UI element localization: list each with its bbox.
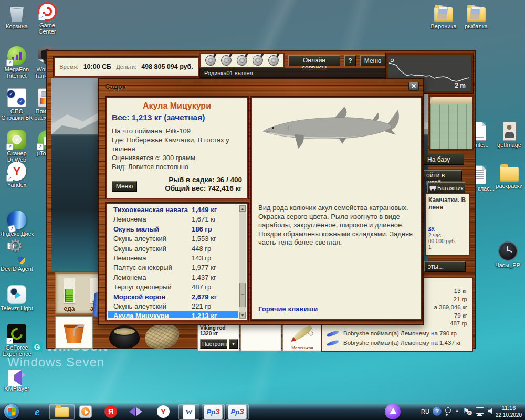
network-icon[interactable] [476,407,484,414]
fish-count-line: Рыб в садке: 36 / 400 [165,176,242,184]
desktop-icon-veronika[interactable]: Вероника [427,4,460,29]
fish-weight: 1,449 кг [192,205,217,215]
reel-icon[interactable] [220,55,233,67]
reel-icon[interactable] [252,55,264,67]
cooking-pot-icon[interactable] [109,326,140,349]
map-grid [430,104,472,149]
reel-icon[interactable] [268,55,280,67]
fish-weight: 1,553 кг [192,234,216,244]
lure-size-label: Маленькая [283,345,322,350]
watermark-line2: Windows Seven [7,355,104,370]
fish-info-panel: Акула Мицукури Вес: 1,213 кг (зачетная) … [106,97,248,199]
location-link[interactable]: ку [428,225,435,231]
volume-icon[interactable] [488,408,495,414]
fish-list-row[interactable]: Терпуг одноперый487 гр [108,282,238,292]
taskbar-pp3-1[interactable]: Рр3 [202,404,225,420]
taskbar-ie[interactable]: e [29,404,45,419]
desktop-icon-yadisk[interactable]: Яндекс.Диск [0,206,34,237]
rod-test-weight: 1320 кг [200,331,237,337]
empty-slot[interactable] [240,323,281,351]
taskbar-explorer[interactable] [49,404,75,420]
desktop-icon-raskraski[interactable]: раскраски [492,164,525,189]
bucket-slot[interactable] [55,316,93,349]
pp3-glyph: 3 [215,407,219,416]
taskbar-wmp[interactable] [78,404,93,419]
help-button[interactable]: ? [344,55,356,66]
desktop-icon-recycle-bin[interactable]: Корзина [0,3,34,29]
scrollbar[interactable]: ▲ ▼ [239,205,246,319]
taskbar-ybrowser[interactable]: Y [155,404,171,419]
desktop-icon-yandex[interactable]: Yandex [0,162,34,188]
fish-list-row[interactable]: Палтус синекорый1,977 кг [108,263,238,272]
tray-help-icon[interactable]: ? [433,407,442,416]
location-line: Камчатки. В [428,196,467,204]
quests-button[interactable]: эты... [424,261,466,272]
online-services-button[interactable]: Онлайн сервисы [288,55,340,66]
fish-list-row[interactable]: Окунь алеутский221 гр [108,302,238,311]
desktop-icon-drweb[interactable]: Сканер Dr.Web [0,130,34,163]
fish-list: Тихоокеанская навага1,449 кгЛемонема1,67… [108,205,238,318]
desktop-icon-megafon[interactable]: MegaFon Internet [0,46,34,79]
configure-rod-button[interactable]: Настроить [200,339,227,349]
fish-list-row[interactable]: Акула Мицукури1,213 кг [108,311,238,318]
fish-list-row[interactable]: Лемонема143 гр [108,254,238,263]
fish-list-row[interactable]: Лемонема1,437 кг [108,273,238,282]
scroll-up-arrow[interactable]: ▲ [239,205,246,212]
desktop-icon-geforce[interactable]: GeForce Experience [0,324,34,357]
desktop-icon-clock-rr[interactable]: Часы_РР [491,242,524,268]
fish-list-row[interactable]: Окунь малый186 гр [108,225,238,234]
close-button[interactable]: ✕ [408,82,419,91]
rod-slot[interactable]: Viking rod 1320 кг Настроить ▼ [197,323,239,351]
desktop-icon-spo[interactable]: СПО Справки БК [0,88,34,121]
fish-list-row[interactable]: Лемонема1,671 кг [108,215,238,224]
taskbar-yandex[interactable]: Я [103,404,119,419]
tray-time: 11:16 [496,405,522,412]
pp3-game-icon: Рр3 [228,405,247,419]
taskbar-word[interactable]: W [178,404,200,420]
lure-icon [327,330,340,337]
sack-icon[interactable] [143,321,181,352]
language-indicator[interactable]: RU [421,408,429,415]
taskbar-kmplayer[interactable] [128,404,144,419]
show-hidden-icons[interactable]: ▲ [455,408,459,413]
reel-icon[interactable] [205,55,217,67]
alice-tray-icon[interactable] [385,404,401,419]
icon-label: KMPlayer [4,385,29,392]
fish-name: Акула Мицукури [113,312,169,318]
desktop-icon-televzr[interactable]: Televzr Light [0,285,34,311]
reels-bar [200,53,285,68]
game-center-icon [38,2,57,21]
pp3-game-icon: Рр3 [204,405,223,419]
action-center-flag-icon[interactable]: ⚑ [463,407,469,415]
reel-icon[interactable] [236,55,248,67]
desktop-icon-game-center[interactable]: Game Center [30,2,64,35]
start-button[interactable] [4,404,19,419]
desktop-icon-devid[interactable]: DevID Agent [0,246,34,272]
log-line-text: Bobryshe поймал(а) Лемонему на 790 гр [343,330,457,337]
menu-button[interactable]: Меню [360,55,385,66]
icon-label: Корзина [6,23,28,29]
taskbar-pp3-2[interactable]: Рр3 [226,404,249,420]
scrollbar-thumb[interactable] [239,283,246,307]
map-panel[interactable] [429,95,474,151]
desktop-icon-rybalka[interactable]: рыбалка [459,4,493,29]
hotkeys-link[interactable]: Горячие клавиши [258,305,318,313]
fish-list-row[interactable]: Окунь алеутский1,553 кг [108,234,238,244]
scroll-down-arrow[interactable]: ▼ [239,312,246,318]
bucket-icon [62,323,86,343]
desktop-icon-getimage[interactable]: getImage [492,122,525,148]
trunk-button[interactable]: Багажник [427,182,465,193]
fish-list-row[interactable]: Тихоокеанская навага1,449 кг [108,205,238,215]
rod-dropdown-button[interactable]: ▼ [229,339,238,349]
fish-list-row[interactable]: Окунь алеутский448 гр [108,244,238,254]
fish-weight: 221 гр [192,302,211,311]
keepnet-menu-button[interactable]: Меню [112,181,137,192]
tray-update-icon[interactable] [445,407,451,413]
word-icon: W [183,405,195,419]
money-value: 498 805 094 руб. [141,63,193,70]
lure-slot[interactable]: Маленькая [282,323,322,351]
tray-clock[interactable]: 11:16 22.10.2020 [496,405,522,418]
fish-detail-line: На что поймана: Pilk-109 [112,127,247,135]
dialog-title: Садок [105,82,125,91]
fish-list-row[interactable]: Морской ворон2,679 кг [108,292,238,302]
